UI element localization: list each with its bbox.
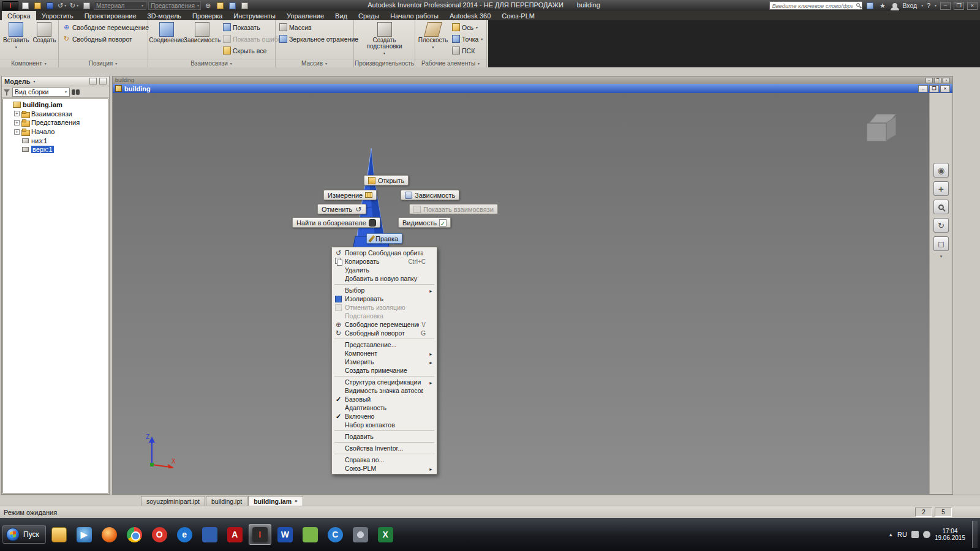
context-menu-item[interactable]: Представление... xyxy=(332,340,437,349)
panel-relationships-label[interactable]: Взаимосвязи▼ xyxy=(148,59,275,67)
save-icon[interactable] xyxy=(45,1,55,10)
filter-icon[interactable] xyxy=(4,89,10,96)
work-point-button[interactable]: Точка▼ xyxy=(450,33,485,45)
visibility-icon[interactable] xyxy=(239,1,250,10)
inventor-app-button[interactable]: I xyxy=(2,1,18,10)
context-menu-item[interactable]: Свойства Inventor... xyxy=(332,444,437,452)
new-file-icon[interactable] xyxy=(20,1,31,10)
mirror-button[interactable]: Зеркальное отражение xyxy=(277,33,360,45)
ribbon-tab[interactable]: Среды xyxy=(353,11,385,20)
joint-button[interactable]: Соединение xyxy=(150,21,183,44)
redo-caret-icon[interactable]: ▼ xyxy=(76,4,79,7)
tree-item[interactable]: + Начало xyxy=(3,127,108,137)
communication-center-icon[interactable] xyxy=(865,2,875,10)
context-menu-item[interactable]: Свободный поворот G xyxy=(332,329,437,337)
tree-item-label[interactable]: building.iam xyxy=(23,101,62,108)
tree-expander[interactable]: + xyxy=(14,120,20,126)
find-icon[interactable] xyxy=(72,89,80,95)
tree-item-label[interactable]: Взаимосвязи xyxy=(31,110,72,118)
undo-caret-icon[interactable]: ▼ xyxy=(64,4,67,7)
material-combo[interactable]: Материал▼ xyxy=(94,1,146,10)
context-menu-item[interactable]: Создать примечание xyxy=(332,366,437,375)
redo-icon[interactable]: ↻▼ xyxy=(69,1,80,10)
context-menu-item[interactable]: Союз-PLM xyxy=(332,464,437,473)
search-input[interactable] xyxy=(769,1,862,10)
taskbar-app-icon[interactable] xyxy=(299,524,322,545)
ucs-button[interactable]: ПСК xyxy=(450,45,485,56)
context-menu-item[interactable]: Адаптивность xyxy=(332,403,437,412)
marking-menu-visibility-button[interactable]: Видимость xyxy=(398,217,451,228)
frame-close-button[interactable]: × xyxy=(943,78,950,83)
panel-pattern-label[interactable]: Массив▼ xyxy=(276,59,353,67)
look-at-icon[interactable]: ◻ xyxy=(933,236,949,251)
tree-item-label[interactable]: низ:1 xyxy=(31,137,47,144)
start-button[interactable]: Пуск xyxy=(2,525,46,544)
zoom-icon[interactable] xyxy=(933,200,949,214)
navbar-more-caret-icon[interactable]: ▼ xyxy=(940,255,943,258)
tree-expander[interactable]: + xyxy=(14,129,20,135)
ribbon-tab[interactable]: Союз-PLM xyxy=(496,11,540,20)
context-menu-item[interactable]: Включено xyxy=(332,412,437,421)
context-menu-item[interactable]: Измерить xyxy=(332,358,437,366)
taskbar-app-icon[interactable]: O xyxy=(148,524,171,545)
doc-restore-button[interactable]: ❒ xyxy=(929,85,939,92)
constrain-button[interactable]: Зависимость xyxy=(184,21,220,44)
browser-header[interactable]: Модель ▼ xyxy=(2,77,109,86)
context-menu-item[interactable]: Свободное перемещение V xyxy=(332,320,437,329)
create-substitutes-button[interactable]: Создать подстановки ▼ xyxy=(362,21,407,57)
tree-item[interactable]: + Представления xyxy=(3,118,108,127)
taskbar-app-icon[interactable] xyxy=(349,524,372,545)
free-rotate-button[interactable]: Свободный поворот xyxy=(61,33,134,45)
user-icon[interactable] xyxy=(890,2,899,10)
panel-work-features-label[interactable]: Рабочие элементы▼ xyxy=(415,59,486,67)
context-menu-item[interactable]: Удалить xyxy=(332,266,437,274)
create-component-button[interactable]: Создать xyxy=(31,21,57,44)
ribbon-tab[interactable]: Сборка xyxy=(2,11,36,20)
taskbar-app-icon[interactable]: W xyxy=(274,524,296,545)
marking-menu-measure-button[interactable]: Измерение xyxy=(323,190,377,200)
marking-menu-open-button[interactable]: Открыть xyxy=(364,175,409,186)
assembly-view-combo[interactable]: Вид сборки▼ xyxy=(12,88,70,97)
help-button[interactable]: ? xyxy=(927,2,930,9)
ribbon-tab[interactable]: Управление xyxy=(281,11,330,20)
tray-icon-2[interactable] xyxy=(923,531,930,538)
home-icon[interactable] xyxy=(81,1,92,10)
tree-item[interactable]: building.iam xyxy=(3,100,108,110)
insert-component-button[interactable]: Вставить ▼ xyxy=(2,21,30,51)
language-indicator[interactable]: RU xyxy=(897,531,907,538)
update-icon[interactable]: ⊕ xyxy=(203,1,213,10)
pattern-button[interactable]: Массив xyxy=(277,21,314,33)
document-tab[interactable]: building.ipt × xyxy=(206,496,247,506)
tree-item[interactable]: низ:1 xyxy=(3,136,108,145)
context-menu-item[interactable]: Выбор xyxy=(332,286,437,294)
taskbar-app-icon[interactable]: C xyxy=(324,524,347,545)
document-tab[interactable]: soyuzplminipart.ipt × xyxy=(141,496,205,506)
browser-header-caret-icon[interactable]: ▼ xyxy=(33,80,36,83)
tree-item-label[interactable]: верх:1 xyxy=(31,146,54,153)
minimize-button[interactable]: – xyxy=(940,2,951,10)
marking-menu-find-in-browser-button[interactable]: Найти в обозревателе xyxy=(292,217,380,228)
browser-pin-icon[interactable] xyxy=(99,78,107,84)
tree-item-label[interactable]: Начало xyxy=(31,128,55,135)
tree-expander[interactable]: + xyxy=(14,111,20,116)
ribbon-tab[interactable]: Вид xyxy=(330,11,353,20)
ribbon-tab[interactable]: Начало работы xyxy=(385,11,444,20)
context-menu-item[interactable]: Подавить xyxy=(332,432,437,441)
sign-in-caret-icon[interactable]: ▼ xyxy=(921,4,924,7)
ribbon-tab[interactable]: 3D-модель xyxy=(142,11,187,20)
frame-restore-button[interactable]: ❒ xyxy=(934,78,941,83)
tray-icon-1[interactable] xyxy=(911,531,919,538)
panel-productivity-label[interactable]: Производительность xyxy=(354,59,415,67)
context-menu-item[interactable]: Базовый xyxy=(332,395,437,403)
ribbon-tab[interactable]: Инструменты xyxy=(228,11,281,20)
tree-item[interactable]: верх:1 xyxy=(3,145,108,154)
work-axis-button[interactable]: Ось▼ xyxy=(450,21,485,33)
context-menu-item[interactable]: Повтор Свободная орбита xyxy=(332,249,437,257)
browser-options-icon[interactable] xyxy=(89,78,97,84)
measure-icon[interactable] xyxy=(215,1,225,10)
tree-item-label[interactable]: Представления xyxy=(31,119,80,126)
open-file-icon[interactable] xyxy=(32,1,43,10)
taskbar-app-icon[interactable] xyxy=(98,524,121,545)
taskbar-app-icon[interactable]: A xyxy=(224,524,246,545)
context-menu-item[interactable]: Набор контактов xyxy=(332,421,437,429)
